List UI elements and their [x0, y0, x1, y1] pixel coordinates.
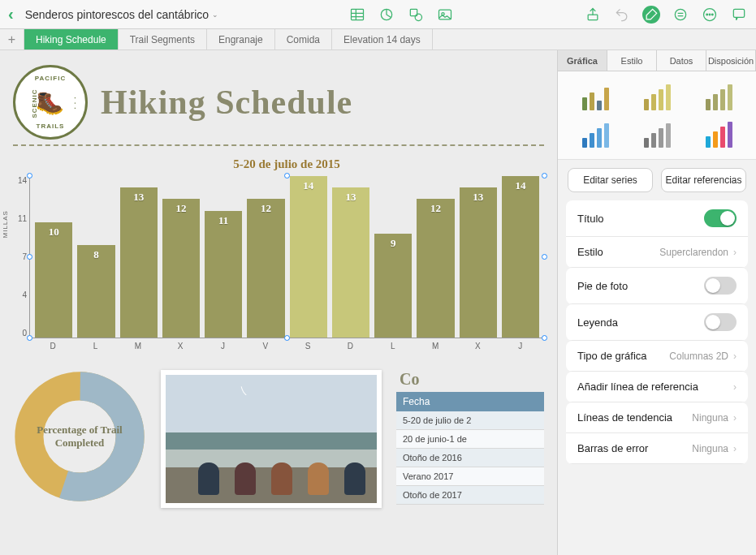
- inspector-tab[interactable]: Gráfica: [558, 50, 607, 71]
- row-style[interactable]: Estilo Superclarendon›: [566, 237, 748, 268]
- bar[interactable]: 12: [247, 199, 284, 338]
- x-tick-label: D: [331, 342, 369, 351]
- bar[interactable]: 14: [290, 176, 327, 338]
- chart-style-swatch[interactable]: [693, 83, 745, 110]
- sheet-tab[interactable]: Trail Segments: [119, 29, 207, 49]
- logo-text-top: PACIFIC: [35, 75, 66, 82]
- bar-chart[interactable]: 5-20 de julio de 2015 MILLAS 1411740 108…: [29, 157, 544, 351]
- bar[interactable]: 13: [332, 187, 369, 338]
- comment-button[interactable]: [730, 6, 748, 24]
- x-tick-label: M: [119, 342, 157, 351]
- x-tick-label: S: [289, 342, 326, 351]
- row-chart-type[interactable]: Tipo de gráfica Columnas 2D›: [566, 341, 748, 372]
- back-button[interactable]: ‹: [8, 5, 14, 24]
- organize-button[interactable]: [672, 6, 689, 24]
- format-brush-button[interactable]: [642, 6, 660, 24]
- row-legend[interactable]: Leyenda: [566, 304, 748, 341]
- x-tick-label: V: [247, 342, 284, 351]
- bar-value-label: 12: [175, 202, 186, 215]
- bar[interactable]: 14: [502, 176, 539, 338]
- table-row[interactable]: 20 de junio-1 de: [396, 430, 544, 449]
- insert-chart-button[interactable]: [378, 6, 395, 24]
- row-reference-line-label: Añadir línea de referencia: [577, 381, 698, 393]
- legend-toggle[interactable]: [704, 313, 737, 331]
- table-row[interactable]: Verano 2017: [396, 467, 544, 486]
- logo-text-left: SCENIC: [31, 88, 38, 118]
- share-button[interactable]: [584, 6, 602, 24]
- sheet-tab[interactable]: Hiking Schedule: [24, 29, 119, 49]
- caption-toggle[interactable]: [704, 277, 737, 295]
- person-silhouette: [235, 462, 256, 495]
- chart-style-swatch[interactable]: [631, 120, 683, 148]
- bar[interactable]: 12: [417, 199, 454, 338]
- row-title[interactable]: Título: [566, 200, 748, 237]
- bar[interactable]: 11: [205, 211, 242, 338]
- sheet-tab[interactable]: Engranaje: [207, 29, 275, 49]
- more-button[interactable]: [701, 6, 719, 24]
- y-axis-label: MILLAS: [2, 210, 9, 238]
- bar-value-label: 13: [133, 191, 144, 204]
- row-trend-lines[interactable]: Líneas de tendencia Ninguna›: [566, 402, 748, 433]
- x-tick-label: L: [76, 342, 114, 351]
- row-error-bars[interactable]: Barras de error Ninguna›: [566, 433, 748, 464]
- row-legend-label: Leyenda: [577, 316, 618, 329]
- y-tick-label: 7: [15, 252, 27, 261]
- bar[interactable]: 13: [120, 187, 158, 338]
- chart-style-swatch[interactable]: [631, 83, 683, 110]
- bar-value-label: 12: [261, 202, 271, 215]
- app-toolbar: ‹ Senderos pintorescos del cantábrico ⌄: [0, 0, 756, 29]
- person-silhouette: [271, 462, 292, 495]
- bar-value-label: 12: [430, 202, 441, 215]
- svg-point-3: [415, 14, 421, 20]
- bar-value-label: 14: [303, 179, 313, 192]
- bar[interactable]: 10: [35, 222, 72, 338]
- add-sheet-button[interactable]: +: [0, 29, 24, 49]
- divider: [13, 144, 544, 146]
- table-row[interactable]: Otoño de 2017: [396, 486, 544, 505]
- y-tick-label: 0: [15, 329, 27, 338]
- edit-series-button[interactable]: Editar series: [568, 168, 653, 192]
- chevron-right-icon: ›: [733, 443, 737, 454]
- x-tick-label: L: [374, 342, 412, 351]
- row-error-label: Barras de error: [577, 442, 648, 454]
- chevron-right-icon: ›: [733, 351, 737, 362]
- title-toggle[interactable]: [704, 209, 737, 227]
- inspector-tab[interactable]: Estilo: [607, 50, 657, 71]
- table-row[interactable]: Otoño de 2016: [396, 449, 544, 467]
- svg-rect-12: [733, 9, 744, 17]
- chevron-right-icon: ›: [733, 247, 737, 258]
- bar[interactable]: 12: [162, 199, 200, 338]
- bar-value-label: 8: [93, 248, 99, 261]
- table-row[interactable]: 5-20 de julio de 2: [396, 411, 544, 430]
- bar[interactable]: 8: [77, 245, 114, 338]
- sheet-tab[interactable]: Comida: [275, 29, 332, 49]
- row-add-reference-line[interactable]: Añadir línea de referencia ›: [566, 372, 748, 402]
- document-title-label: Senderos pintorescos del cantábrico: [25, 8, 209, 21]
- bar[interactable]: 9: [374, 234, 412, 338]
- chart-style-swatch[interactable]: [569, 83, 621, 110]
- undo-button[interactable]: [613, 6, 631, 24]
- row-caption-label: Pie de foto: [577, 280, 628, 292]
- row-caption[interactable]: Pie de foto: [566, 268, 748, 304]
- dates-table[interactable]: Co Fecha 5-20 de julio de 220 de junio-1…: [396, 370, 544, 505]
- insert-table-button[interactable]: [348, 6, 366, 24]
- bar-value-label: 10: [49, 226, 59, 239]
- document-title-dropdown[interactable]: Senderos pintorescos del cantábrico ⌄: [25, 8, 218, 21]
- insert-media-button[interactable]: [436, 6, 454, 24]
- inspector-tab[interactable]: Disposición: [706, 50, 756, 71]
- chart-style-swatch[interactable]: [569, 120, 621, 148]
- bar[interactable]: 13: [460, 187, 497, 338]
- inspector-tab[interactable]: Datos: [657, 50, 706, 71]
- beach-photo[interactable]: ㇏: [161, 370, 382, 508]
- person-silhouette: [198, 462, 219, 495]
- chart-style-swatch[interactable]: [693, 120, 745, 148]
- sheet-tab[interactable]: Elevation 14 days: [332, 29, 433, 49]
- donut-caption: Percentage of Trail Completed: [13, 370, 146, 503]
- spreadsheet-canvas[interactable]: PACIFIC 🥾 TRAILS SCENIC · · · Hiking Sch…: [0, 50, 557, 555]
- edit-references-button[interactable]: Editar referencias: [661, 168, 746, 192]
- x-tick-label: J: [502, 342, 539, 351]
- row-title-label: Título: [577, 213, 604, 225]
- donut-chart[interactable]: Percentage of Trail Completed: [13, 370, 146, 503]
- y-tick-label: 4: [15, 290, 27, 299]
- insert-shape-button[interactable]: [407, 6, 425, 24]
